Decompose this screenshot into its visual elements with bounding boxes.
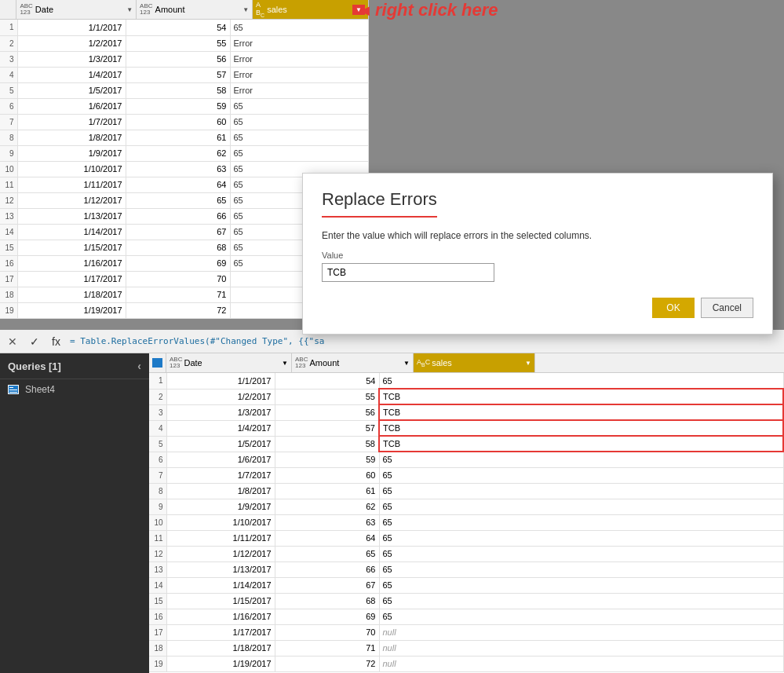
table-icon — [8, 385, 19, 394]
row-number: 14 — [149, 577, 166, 593]
bottom-main-table[interactable]: ABC123 Date ▼ ABC123 Amount ▼ ABC sales … — [149, 353, 784, 673]
amount-cell: 72 — [126, 302, 230, 318]
table-row: 3 1/3/2017 56 TCB — [149, 404, 783, 420]
bottom-sales-col-name: sales — [432, 358, 452, 368]
row-number: 16 — [0, 255, 17, 271]
amount-cell: 58 — [275, 436, 379, 452]
bottom-amount-col-name: Amount — [309, 358, 339, 368]
amount-cell: 66 — [126, 208, 230, 224]
date-cell: 1/14/2017 — [17, 224, 126, 240]
date-cell: 1/15/2017 — [166, 593, 275, 609]
row-number: 6 — [0, 98, 17, 114]
amount-dropdown-icon[interactable]: ▼ — [242, 6, 249, 13]
sales-cell: 65 — [379, 467, 783, 483]
sales-cell: TCB — [379, 436, 783, 452]
row-number: 5 — [149, 436, 166, 452]
date-cell: 1/5/2017 — [166, 436, 275, 452]
amount-cell: 61 — [126, 130, 230, 145]
formula-confirm-btn[interactable]: ✓ — [27, 334, 42, 349]
sales-cell: null — [379, 656, 783, 671]
date-cell: 1/11/2017 — [17, 177, 126, 192]
bottom-editor-panel: ✕ ✓ fx = Table.ReplaceErrorValues(#"Chan… — [0, 330, 784, 673]
row-num-header — [0, 0, 16, 19]
bottom-sales-col-header[interactable]: ABC sales ▼ — [414, 353, 535, 372]
date-col-header[interactable]: ABC123 Date ▼ — [16, 0, 137, 19]
cancel-button[interactable]: Cancel — [701, 298, 753, 318]
row-number: 3 — [149, 404, 166, 420]
table-row: 2 1/2/2017 55 Error — [0, 35, 369, 51]
queries-sidebar: Queries [1] ‹ Sheet4 — [0, 353, 149, 673]
date-cell: 1/1/2017 — [166, 373, 275, 389]
row-number: 3 — [0, 51, 17, 67]
formula-cancel-btn[interactable]: ✕ — [5, 334, 20, 349]
table-row: 4 1/4/2017 57 TCB — [149, 420, 783, 436]
date-cell: 1/8/2017 — [17, 130, 126, 145]
amount-col-header[interactable]: ABC123 Amount ▼ — [137, 0, 253, 19]
bottom-row-num-header — [149, 353, 166, 372]
row-number: 7 — [0, 114, 17, 130]
bottom-date-dropdown[interactable]: ▼ — [282, 360, 288, 367]
bottom-sales-dropdown[interactable]: ▼ — [525, 360, 531, 367]
table-row: 14 1/14/2017 67 65 — [149, 577, 783, 593]
table-row: 6 1/6/2017 59 65 — [149, 452, 783, 467]
ok-button[interactable]: OK — [652, 298, 694, 318]
row-number: 2 — [0, 35, 17, 51]
value-input[interactable] — [322, 263, 494, 282]
date-cell: 1/10/2017 — [166, 514, 275, 530]
row-number: 1 — [149, 373, 166, 389]
amount-cell: 61 — [275, 483, 379, 499]
formula-text: = Table.ReplaceErrorValues(#"Changed Typ… — [70, 336, 779, 346]
sidebar-item-sheet4[interactable]: Sheet4 — [0, 379, 149, 400]
formula-fx-btn[interactable]: fx — [49, 334, 64, 349]
row-number: 1 — [0, 20, 17, 35]
date-cell: 1/17/2017 — [166, 624, 275, 640]
date-cell: 1/12/2017 — [17, 192, 126, 208]
sidebar-title: Queries [1] — [8, 360, 61, 372]
amount-cell: 62 — [126, 145, 230, 161]
table-row: 7 1/7/2017 60 65 — [0, 114, 369, 130]
row-number: 13 — [0, 208, 17, 224]
table-row: 18 1/18/2017 71 null — [149, 640, 783, 656]
amount-cell: 71 — [126, 287, 230, 302]
bottom-date-col-header[interactable]: ABC123 Date ▼ — [166, 353, 292, 372]
table-row: 4 1/4/2017 57 Error — [0, 67, 369, 82]
row-number: 14 — [0, 224, 17, 240]
row-number: 4 — [0, 67, 17, 82]
sales-cell: Error — [230, 82, 369, 98]
bottom-date-col-name: Date — [184, 358, 202, 368]
row-number: 17 — [149, 624, 166, 640]
row-number: 8 — [0, 130, 17, 145]
date-cell: 1/3/2017 — [17, 51, 126, 67]
right-click-annotation: right click here — [375, 0, 498, 20]
table-row: 12 1/12/2017 65 65 — [149, 546, 783, 561]
sales-col-header[interactable]: ABC sales ▼ — [253, 0, 369, 19]
sidebar-header: Queries [1] ‹ — [0, 353, 149, 379]
row-number: 5 — [0, 82, 17, 98]
row-number: 10 — [149, 514, 166, 530]
date-cell: 1/14/2017 — [166, 577, 275, 593]
date-dropdown-icon[interactable]: ▼ — [126, 6, 133, 13]
amount-cell: 67 — [126, 224, 230, 240]
date-cell: 1/7/2017 — [17, 114, 126, 130]
sidebar-collapse-btn[interactable]: ‹ — [137, 360, 141, 372]
sales-cell: Error — [230, 67, 369, 82]
amount-cell: 71 — [275, 640, 379, 656]
amount-cell: 68 — [126, 240, 230, 255]
date-cell: 1/4/2017 — [166, 420, 275, 436]
table-row: 17 1/17/2017 70 null — [149, 624, 783, 640]
date-col-name: Date — [35, 5, 124, 14]
amount-cell: 64 — [126, 177, 230, 192]
table-row: 1 1/1/2017 54 65 — [0, 20, 369, 35]
date-cell: 1/16/2017 — [17, 255, 126, 271]
sales-cell: 65 — [230, 130, 369, 145]
bottom-amount-dropdown[interactable]: ▼ — [403, 360, 410, 367]
table-row: 15 1/15/2017 68 65 — [149, 593, 783, 609]
date-cell: 1/19/2017 — [17, 302, 126, 318]
bottom-amount-col-header[interactable]: ABC123 Amount ▼ — [292, 353, 414, 372]
amount-cell: 63 — [126, 161, 230, 177]
amount-cell: 68 — [275, 593, 379, 609]
table-row: 1 1/1/2017 54 65 — [149, 373, 783, 389]
amount-cell: 60 — [126, 114, 230, 130]
amount-col-name: Amount — [155, 5, 241, 14]
date-cell: 1/2/2017 — [166, 389, 275, 404]
